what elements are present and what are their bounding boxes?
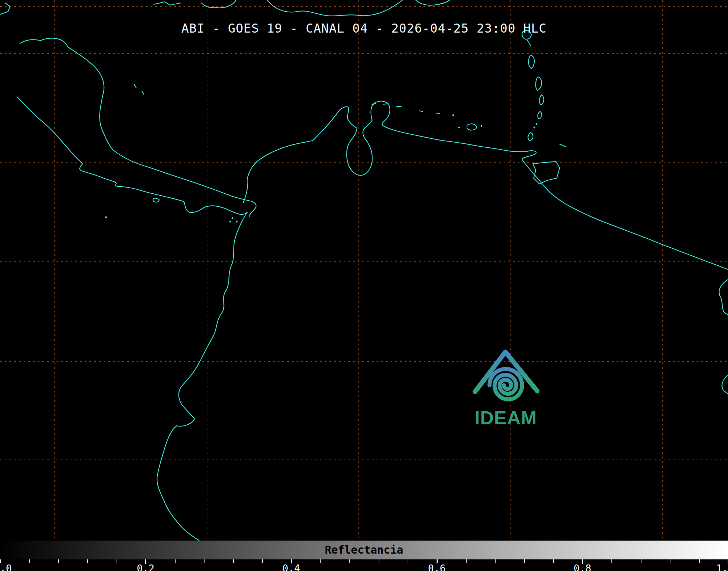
coastline-layer [0, 0, 728, 541]
graticule-grid-layer [0, 0, 728, 541]
island-outline [142, 91, 144, 94]
colorbar-tick-labels: 0.0 0.2 0.4 0.6 0.8 1.0 [0, 564, 728, 571]
coastline-segment [243, 101, 728, 269]
coastline-segment [157, 212, 247, 541]
colorbar-label: Reflectancia [325, 543, 403, 556]
island-outline [419, 111, 423, 112]
colorbar-tick-marks [0, 559, 728, 563]
colorbar: Reflectancia 0.0 0.2 0.4 0.6 0.8 1.0 [0, 541, 728, 571]
island-outline [533, 161, 560, 184]
island-outline [538, 112, 542, 119]
island-outline [436, 113, 439, 114]
coastline-segment [0, 3, 10, 14]
coastline-segment [722, 375, 728, 394]
ideam-logo-icon [468, 347, 544, 408]
colorbar-tick-label: 0.2 [137, 563, 155, 571]
colorbar-tick-label: 0.8 [573, 563, 591, 571]
colorbar-tick-label: 0.4 [282, 563, 300, 571]
island-outline [539, 95, 544, 105]
ideam-logo-text: IDEAM [468, 407, 544, 429]
coastline-segment [68, 47, 256, 217]
islet-dots [105, 114, 538, 223]
colorbar-tick-label: 1.0 [716, 563, 728, 571]
ideam-logo: IDEAM [468, 347, 544, 429]
colorbar-tick-label: 0.0 [0, 563, 12, 571]
logo-mountain [475, 352, 537, 392]
island-outline [384, 104, 388, 104]
satellite-image-viewport: ABI - GOES 19 - CANAL 04 - 2026-04-25 23… [0, 0, 728, 571]
map-canvas [0, 0, 728, 541]
coastline-segment [154, 2, 181, 5]
island-outline [536, 77, 542, 91]
island-outline [467, 124, 476, 130]
coastline-segment [416, 0, 450, 5]
island-outline [529, 55, 534, 69]
island-outline [134, 84, 136, 88]
image-title: ABI - GOES 19 - CANAL 04 - 2026-04-25 23… [0, 21, 728, 35]
island-outline [560, 144, 566, 147]
logo-hurricane-spiral [489, 369, 522, 399]
coastline-segment [20, 38, 68, 47]
island-outline [528, 133, 533, 140]
colorbar-tick-label: 0.6 [428, 563, 446, 571]
island-outline [527, 40, 531, 46]
coastline-segment [719, 280, 728, 315]
colorbar-gradient: Reflectancia [0, 541, 728, 559]
coastline-segment [267, 0, 403, 16]
coastline-segment [17, 97, 247, 214]
island-outline [153, 198, 159, 202]
